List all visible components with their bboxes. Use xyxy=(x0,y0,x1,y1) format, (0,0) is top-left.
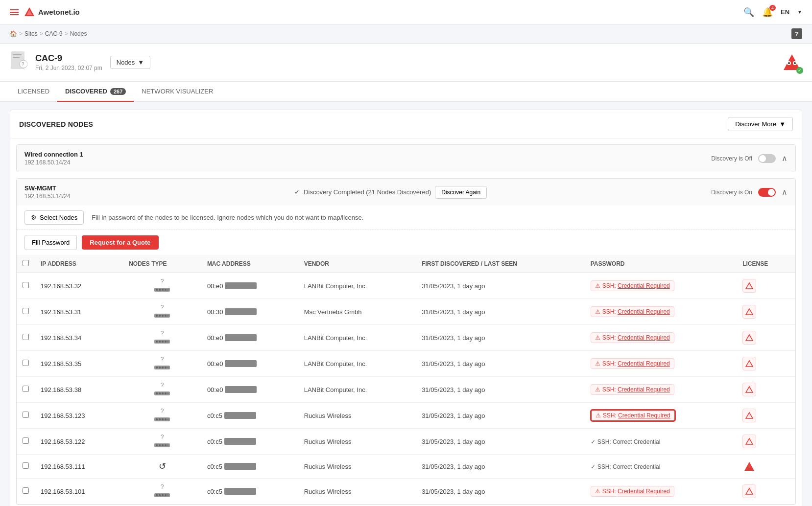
license-triangle-icon: ! xyxy=(745,334,753,342)
row-checkbox[interactable] xyxy=(23,437,29,444)
breadcrumb: 🏠 > Sites > CAC-9 > Nodes xyxy=(10,30,87,37)
breadcrumb-cac9[interactable]: CAC-9 xyxy=(45,30,63,37)
request-quote-button[interactable]: Request for a Quote xyxy=(82,235,158,250)
row-checkbox[interactable] xyxy=(23,462,29,469)
fill-password-button[interactable]: Fill Password xyxy=(24,235,77,250)
tab-licensed[interactable]: LICENSED xyxy=(10,82,57,102)
wired-discovery-toggle[interactable] xyxy=(758,154,776,163)
col-vendor: VENDOR xyxy=(298,255,416,273)
switch-icon xyxy=(154,441,170,449)
license-warn-icon[interactable]: ! xyxy=(742,357,756,370)
row-vendor: Ruckus Wireless xyxy=(298,479,416,505)
card-title: DISCOVERED NODES xyxy=(19,120,93,128)
license-warn-icon[interactable]: ! xyxy=(742,409,756,422)
breadcrumb-sep2: > xyxy=(40,30,43,37)
nodes-dropdown[interactable]: Nodes ▼ xyxy=(110,56,150,69)
row-license: ! xyxy=(737,273,795,299)
discover-more-button[interactable]: Discover More ▼ xyxy=(728,117,793,131)
search-icon[interactable]: 🔍 xyxy=(743,7,754,18)
license-warn-icon[interactable]: ! xyxy=(742,383,756,396)
col-password: PASSWORD xyxy=(585,255,737,273)
select-nodes-button[interactable]: ⚙ Select Nodes xyxy=(24,210,84,225)
row-checkbox-cell xyxy=(17,429,35,455)
row-checkbox[interactable] xyxy=(23,334,29,340)
row-mac: 00:30 xyxy=(201,299,298,325)
logo-icon xyxy=(24,6,35,18)
license-warn-icon[interactable]: ! xyxy=(742,305,756,319)
tab-network-visualizer[interactable]: NETWORK VISUALIZER xyxy=(134,82,221,102)
svg-rect-38 xyxy=(159,367,161,368)
row-checkbox[interactable] xyxy=(23,487,29,494)
breadcrumb-sites[interactable]: Sites xyxy=(24,30,38,37)
svg-rect-29 xyxy=(156,341,158,343)
notification-icon[interactable]: 🔔 4 xyxy=(762,7,773,18)
row-vendor: Ruckus Wireless xyxy=(298,455,416,479)
wired-collapse-button[interactable]: ∧ xyxy=(782,154,788,163)
row-checkbox[interactable] xyxy=(23,360,29,366)
credential-required-badge[interactable]: ⚠ SSH: Credential Required xyxy=(591,410,675,421)
device-type-icon: ? xyxy=(129,356,195,371)
row-ip: 192.168.53.32 xyxy=(35,273,123,299)
tab-discovered[interactable]: DISCOVERED 267 xyxy=(57,82,134,102)
license-triangle-icon: ! xyxy=(745,282,753,290)
wired-connection-section: Wired connection 1 192.168.50.14/24 Disc… xyxy=(16,144,796,172)
device-type-icon: ? xyxy=(129,483,195,499)
license-red-icon[interactable]: ! xyxy=(742,460,756,473)
svg-rect-13 xyxy=(156,289,158,291)
switch-icon xyxy=(154,338,170,345)
license-warn-icon[interactable]: ! xyxy=(742,435,756,448)
request-quote-label: Request for a Quote xyxy=(90,239,150,246)
table-row: 192.168.53.123 ? c0:c5Ruckus Wireless31/… xyxy=(17,403,795,429)
lang-dropdown-icon[interactable]: ▼ xyxy=(797,9,802,15)
credential-required-label: SSH: Credential Required xyxy=(602,360,670,367)
row-license: ! xyxy=(737,377,795,403)
language-button[interactable]: EN xyxy=(781,8,789,16)
row-checkbox-cell xyxy=(17,299,35,325)
question-icon: ? xyxy=(161,382,164,389)
warn-triangle-icon: ⚠ xyxy=(595,360,600,367)
row-vendor: Ruckus Wireless xyxy=(298,429,416,455)
row-checkbox[interactable] xyxy=(23,282,29,288)
row-license: ! xyxy=(737,429,795,455)
row-checkbox[interactable] xyxy=(23,308,29,314)
svg-rect-61 xyxy=(156,444,158,446)
mac-blur xyxy=(224,488,256,495)
switch-icon xyxy=(154,390,170,397)
table-row: 192.168.53.101 ? c0:c5Ruckus Wireless31/… xyxy=(17,479,795,505)
swmgmt-discovery-toggle[interactable] xyxy=(758,188,776,197)
credential-required-badge[interactable]: ⚠ SSH: Credential Required xyxy=(591,358,674,369)
row-mac: c0:c5 xyxy=(201,429,298,455)
nav-right: 🔍 🔔 4 EN ▼ xyxy=(743,7,802,18)
row-license: ! xyxy=(737,403,795,429)
row-nodetype: ? xyxy=(123,403,201,429)
help-button[interactable]: ? xyxy=(791,28,802,39)
wired-connection-title: Wired connection 1 192.168.50.14/24 xyxy=(24,151,83,166)
row-checkbox-cell xyxy=(17,325,35,351)
page-header: ? CAC-9 Fri, 2 Jun 2023, 02:07 pm Nodes … xyxy=(0,44,812,82)
license-warn-icon[interactable]: ! xyxy=(742,484,756,498)
svg-rect-32 xyxy=(165,341,167,343)
license-warn-icon[interactable]: ! xyxy=(742,331,756,345)
svg-text:?: ? xyxy=(22,62,24,67)
license-warn-icon[interactable]: ! xyxy=(742,279,756,293)
discover-again-button[interactable]: Discover Again xyxy=(435,186,487,199)
swmgmt-collapse-button[interactable]: ∧ xyxy=(782,187,788,197)
credential-required-badge[interactable]: ⚠ SSH: Credential Required xyxy=(591,280,674,291)
credential-required-badge[interactable]: ⚠ SSH: Credential Required xyxy=(591,306,674,317)
select-all-checkbox[interactable] xyxy=(23,260,29,266)
breadcrumb-home-icon[interactable]: 🏠 xyxy=(10,30,17,37)
breadcrumb-sep3: > xyxy=(65,30,68,37)
credential-ok-label: SSH: Correct Credential xyxy=(597,463,661,470)
row-checkbox[interactable] xyxy=(23,412,29,418)
row-checkbox[interactable] xyxy=(23,386,29,392)
credential-required-badge[interactable]: ⚠ SSH: Credential Required xyxy=(591,384,674,395)
switch-icon xyxy=(154,491,170,499)
svg-rect-62 xyxy=(159,444,161,446)
svg-rect-46 xyxy=(159,392,161,394)
credential-required-badge[interactable]: ⚠ SSH: Credential Required xyxy=(591,332,674,343)
wired-discovery-label: Discovery is Off xyxy=(711,155,752,162)
svg-rect-71 xyxy=(156,494,158,496)
credential-required-badge[interactable]: ⚠ SSH: Credential Required xyxy=(591,486,674,497)
svg-rect-45 xyxy=(156,392,158,394)
hamburger-icon[interactable] xyxy=(10,8,19,17)
